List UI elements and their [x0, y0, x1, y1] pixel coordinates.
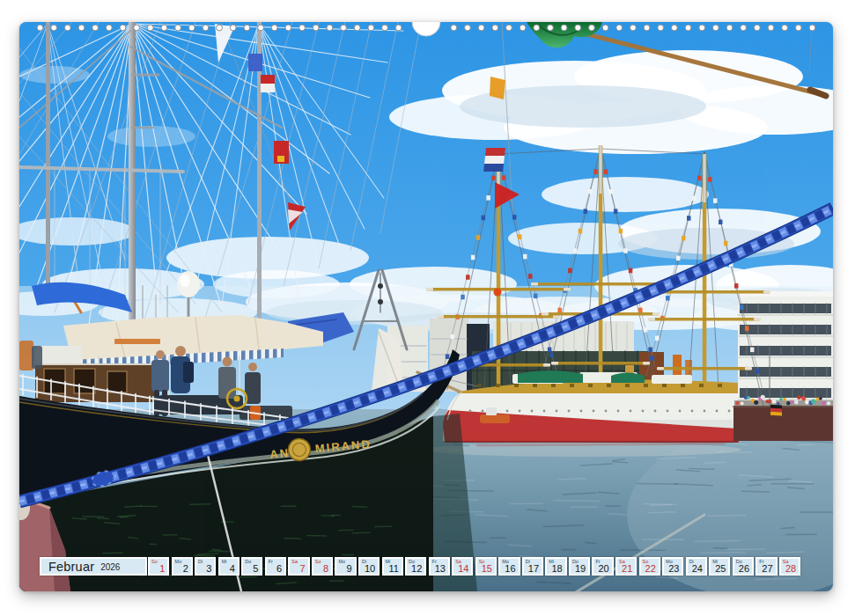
day-number: 12 [411, 563, 422, 574]
harbor-photo: AN MIRAND [19, 22, 833, 591]
day-number: 10 [365, 563, 375, 574]
calendar-day-cell: Do19 [569, 557, 590, 576]
day-number: 9 [347, 563, 352, 574]
calendar-day-cell: So22 [639, 557, 660, 576]
day-number: 7 [299, 563, 305, 574]
day-number: 13 [435, 563, 446, 574]
day-number: 2 [183, 563, 188, 574]
day-number: 23 [668, 563, 679, 574]
day-number: 17 [528, 563, 539, 574]
day-number: 27 [762, 563, 772, 574]
day-number: 16 [505, 563, 515, 574]
calendar-day-cell: Di3 [195, 557, 216, 576]
weekday-abbr: So [315, 559, 321, 564]
calendar-day-cell: Mo16 [498, 557, 520, 576]
day-number: 5 [253, 563, 258, 574]
calendar-day-cell: Mo2 [172, 557, 193, 576]
calendar-day-cell: Mi11 [382, 557, 403, 576]
calendar-day-cell: Mi18 [545, 557, 566, 576]
ship-name-left: AN [269, 446, 291, 461]
calendar-day-cell: Mi4 [218, 557, 240, 576]
calendar-day-cell: Sa14 [452, 557, 473, 576]
calendar-day-cell: Di10 [358, 557, 380, 576]
calendar-page: AN MIRAND Februar 2026 So1Mo2Di3Mi4Do5Fr… [19, 22, 833, 591]
day-cells: So1Mo2Di3Mi4Do5Fr6Sa7So8Mo9Di10Mi11Do12F… [19, 557, 833, 576]
calendar-day-cell: So1 [148, 557, 169, 576]
calendar-day-cell: Di24 [686, 557, 707, 576]
calendar-day-cell: Mi25 [709, 557, 730, 576]
day-number: 20 [598, 563, 608, 574]
weekday-abbr: Fr [269, 559, 273, 564]
calendar-product-photo: AN MIRAND Februar 2026 So1Mo2Di3Mi4Do5Fr… [0, 0, 855, 616]
calendar-strip: Februar 2026 So1Mo2Di3Mi4Do5Fr6Sa7So8Mo9… [19, 557, 833, 576]
calendar-day-cell: Mo23 [662, 557, 683, 576]
day-number: 15 [482, 563, 492, 574]
calendar-day-cell: Sa7 [288, 557, 309, 576]
day-number: 19 [575, 563, 586, 574]
day-number: 25 [715, 563, 726, 574]
calendar-day-cell: Do12 [405, 557, 426, 576]
calendar-day-cell: Fr13 [429, 557, 450, 576]
calendar-day-cell: Di17 [522, 557, 543, 576]
day-number: 22 [645, 563, 656, 574]
day-number: 18 [551, 563, 562, 574]
day-number: 28 [785, 563, 796, 574]
weekday-abbr: So [151, 559, 158, 564]
calendar-day-cell: So15 [475, 557, 497, 576]
day-number: 21 [622, 563, 632, 574]
calendar-day-cell: Do26 [733, 557, 754, 576]
day-number: 6 [276, 563, 282, 574]
day-number: 24 [692, 563, 703, 574]
weekday-abbr: Do [245, 559, 251, 564]
calendar-day-cell: Sa21 [615, 557, 637, 576]
weekday-abbr: Mo [338, 559, 345, 564]
weekday-abbr: Mi [222, 559, 227, 564]
weekday-abbr: Di [198, 559, 203, 564]
day-number: 3 [206, 563, 211, 574]
calendar-day-cell: Mo9 [335, 557, 356, 576]
day-number: 26 [739, 563, 749, 574]
calendar-day-cell: Fr20 [592, 557, 613, 576]
calendar-day-cell: Do5 [241, 557, 262, 576]
day-number: 8 [323, 563, 328, 574]
weekday-abbr: Mo [175, 559, 182, 564]
day-number: 14 [458, 563, 468, 574]
calendar-day-cell: Fr27 [755, 557, 777, 576]
calendar-day-cell: So8 [312, 557, 333, 576]
weekday-abbr: Sa [291, 559, 298, 564]
day-number: 1 [159, 563, 165, 574]
calendar-day-cell: Fr6 [265, 557, 286, 576]
calendar-day-cell: Sa28 [779, 557, 800, 576]
day-number: 11 [388, 563, 398, 574]
day-number: 4 [230, 563, 235, 574]
